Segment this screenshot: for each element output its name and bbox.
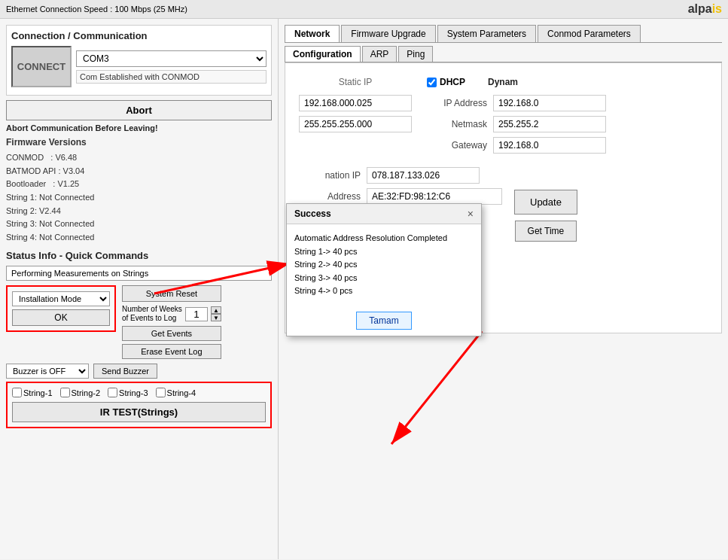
dialog-footer: Tamam xyxy=(287,306,481,336)
connection-section: Connection / Communication CONNECT COM3 … xyxy=(6,25,272,96)
dhcp-row: DHCP xyxy=(427,77,465,87)
netmask-dyn-input[interactable] xyxy=(493,116,606,132)
tab-conmod-parameters[interactable]: Conmod Parameters xyxy=(538,25,641,42)
ir-test-button[interactable]: IR TEST(Strings) xyxy=(12,402,266,422)
right-buttons-col: System Reset Number of Weeksof Events to… xyxy=(122,285,221,359)
string4-checkbox[interactable] xyxy=(156,388,166,397)
firmware-section: Firmware Versions CONMOD : V6.48 BATMOD … xyxy=(6,135,272,244)
ip-address-input[interactable] xyxy=(493,95,606,111)
dynamic-col: DHCP Dynam IP Address Netmask xyxy=(427,77,606,154)
fw-line-3: String 1: Not Connected xyxy=(6,191,272,205)
gateway-label: Gateway xyxy=(427,140,487,151)
connection-title: Connection / Communication xyxy=(11,30,267,41)
com-select[interactable]: COM3 COM1 COM2 COM4 xyxy=(76,50,267,67)
get-events-button[interactable]: Get Events xyxy=(122,326,221,341)
status-title: Status Info - Quick Commands xyxy=(6,250,272,261)
com-status: Com Established with CONMOD xyxy=(76,70,267,84)
dhcp-checkbox[interactable] xyxy=(427,78,437,87)
left-installation-mode-group: Installation Mode Normal Mode OK xyxy=(6,285,116,332)
dialog-line-2: String 2-> 40 pcs xyxy=(294,258,474,272)
tab-system-parameters[interactable]: System Parameters xyxy=(437,25,536,42)
dialog-body: Automatic Address Resolution Completed S… xyxy=(287,224,481,306)
events-group: Number of Weeksof Events to Log ▲ ▼ Get … xyxy=(122,305,221,359)
string2-check[interactable]: String-2 xyxy=(60,388,101,397)
dialog-line-4: String 4-> 0 pcs xyxy=(294,285,474,298)
sub-tab-ping[interactable]: Ping xyxy=(398,46,433,62)
mode-select-row: Installation Mode Normal Mode xyxy=(12,291,110,306)
mac-input[interactable] xyxy=(367,188,502,205)
left-panel: Connection / Communication CONNECT COM3 … xyxy=(0,19,279,559)
string4-label: String-4 xyxy=(167,388,196,397)
mac-row: Address xyxy=(293,188,502,205)
dialog-line-0: Automatic Address Resolution Completed xyxy=(294,232,474,245)
dialog-line-1: String 1-> 40 pcs xyxy=(294,245,474,259)
fw-line-6: String 4: Not Connected xyxy=(6,231,272,245)
weeks-input[interactable] xyxy=(185,307,208,321)
left-mode-select[interactable]: Installation Mode Normal Mode xyxy=(12,291,110,306)
string1-label: String-1 xyxy=(23,388,53,397)
string3-checkbox[interactable] xyxy=(108,388,117,397)
dynamic-header: DHCP Dynam xyxy=(427,77,606,87)
performing-input[interactable]: Performing Measurements on Strings xyxy=(6,266,272,281)
dest-ip-input[interactable] xyxy=(367,167,480,184)
fw-line-1: BATMOD API : V3.04 xyxy=(6,165,272,178)
fw-line-2: Bootloader : V1.25 xyxy=(6,178,272,191)
status-section: Status Info - Quick Commands Performing … xyxy=(6,250,272,281)
send-buzzer-button[interactable]: Send Buzzer xyxy=(93,364,157,379)
connect-button[interactable]: CONNECT xyxy=(11,46,72,87)
update-col: Update Get Time xyxy=(514,190,577,242)
string4-check[interactable]: String-4 xyxy=(156,388,196,397)
warning-text: Abort Communication Before Leaving! xyxy=(6,123,272,132)
spinner-btns: ▲ ▼ xyxy=(211,306,221,321)
fw-line-5: String 3: Not Connected xyxy=(6,218,272,231)
connection-row: CONNECT COM3 COM1 COM2 COM4 Com Establis… xyxy=(11,46,267,87)
left-ok-button[interactable]: OK xyxy=(12,309,110,326)
top-bar: Ethernet Connection Speed : 100 Mbps (25… xyxy=(0,0,728,19)
tamam-button[interactable]: Tamam xyxy=(356,312,411,330)
update-button[interactable]: Update xyxy=(514,190,577,215)
erase-event-log-button[interactable]: Erase Event Log xyxy=(122,344,221,359)
string3-check[interactable]: String-3 xyxy=(108,388,148,397)
netmask-dyn-row: Netmask xyxy=(427,116,606,132)
netmask-input[interactable] xyxy=(299,116,412,132)
spin-down-button[interactable]: ▼ xyxy=(211,314,221,321)
tab-firmware-upgrade[interactable]: Firmware Upgrade xyxy=(341,25,435,42)
gateway-input[interactable] xyxy=(493,137,606,154)
spin-up-button[interactable]: ▲ xyxy=(211,306,221,314)
static-ip-title: Static IP xyxy=(339,77,373,87)
string3-label: String-3 xyxy=(119,388,148,397)
weeks-label: Number of Weeksof Events to Log xyxy=(122,305,182,323)
main-tabs-row: Network Firmware Upgrade System Paramete… xyxy=(285,25,722,43)
string1-checkbox[interactable] xyxy=(12,388,22,397)
dialog-close-button[interactable]: × xyxy=(468,208,474,220)
brand-logo: alpais xyxy=(688,2,722,16)
dialog-header: Success × xyxy=(287,204,481,224)
mac-label: Address xyxy=(293,191,361,202)
string2-label: String-2 xyxy=(72,388,101,397)
netmask-dyn-label: Netmask xyxy=(427,119,487,129)
connection-speed-label: Ethernet Connection Speed : 100 Mbps (25… xyxy=(6,5,187,14)
sub-tab-configuration[interactable]: Configuration xyxy=(285,46,361,62)
sub-tabs-row: Configuration ARP Ping xyxy=(285,46,722,62)
main-container: Ethernet Connection Speed : 100 Mbps (25… xyxy=(0,0,728,560)
system-reset-button[interactable]: System Reset xyxy=(122,285,221,302)
strings-checkboxes: String-1 String-2 String-3 String-4 xyxy=(12,388,266,397)
abort-button[interactable]: Abort xyxy=(6,100,272,120)
network-layout: Static IP DHCP Dynam xyxy=(293,71,714,160)
dynamic-label: Dynam xyxy=(488,77,518,87)
right-controls: COM3 COM1 COM2 COM4 Com Established with… xyxy=(76,50,267,84)
fw-line-4: String 2: V2.44 xyxy=(6,205,272,218)
sub-tab-arp[interactable]: ARP xyxy=(362,46,398,62)
ip-address-label: IP Address xyxy=(427,98,487,108)
ip-address-row: IP Address xyxy=(427,95,606,111)
tab-network[interactable]: Network xyxy=(285,25,340,42)
get-time-button[interactable]: Get Time xyxy=(515,221,577,242)
string2-checkbox[interactable] xyxy=(60,388,70,397)
success-dialog: Success × Automatic Address Resolution C… xyxy=(286,203,482,336)
string1-check[interactable]: String-1 xyxy=(12,388,53,397)
dest-ip-label: nation IP xyxy=(293,170,361,181)
static-ip-input[interactable] xyxy=(299,95,412,111)
buzzer-select[interactable]: Buzzer is OFF Buzzer is ON xyxy=(6,364,89,379)
dialog-line-3: String 3-> 40 pcs xyxy=(294,272,474,285)
buzzer-row: Buzzer is OFF Buzzer is ON Send Buzzer xyxy=(6,364,272,379)
